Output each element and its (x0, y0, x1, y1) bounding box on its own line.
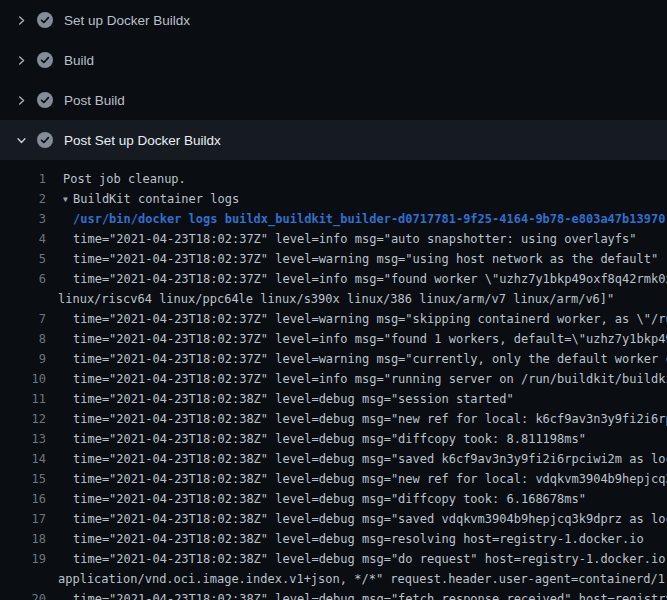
log-line-number[interactable]: 18 (0, 529, 46, 549)
check-circle-icon (37, 132, 53, 148)
log-line-number[interactable]: 14 (0, 449, 46, 469)
log-line-number[interactable]: 10 (0, 369, 46, 389)
log-line-text: time="2021-04-23T18:02:37Z" level=info m… (58, 229, 667, 249)
log-line-text: Post job cleanup. (58, 169, 667, 189)
log-line: 1 Post job cleanup. (0, 169, 667, 189)
log-line-text: time="2021-04-23T18:02:38Z" level=debug … (58, 489, 667, 509)
chevron-right-icon (13, 12, 29, 28)
log-line: 16 time="2021-04-23T18:02:38Z" level=deb… (0, 489, 667, 509)
log-line: 2 ▼BuildKit container logs (0, 189, 667, 209)
log-line: 19 time="2021-04-23T18:02:38Z" level=deb… (0, 549, 667, 569)
step-label: Post Set up Docker Buildx (64, 133, 221, 148)
log-line-text: time="2021-04-23T18:02:37Z" level=warnin… (58, 349, 667, 369)
check-circle-icon (37, 12, 53, 28)
log-line-number[interactable]: 3 (0, 209, 46, 229)
chevron-right-icon (13, 52, 29, 68)
log-line: 10 time="2021-04-23T18:02:37Z" level=inf… (0, 369, 667, 389)
workflow-log-panel: Set up Docker Buildx Build Post Build Po… (0, 0, 667, 600)
log-line-text: time="2021-04-23T18:02:37Z" level=warnin… (58, 249, 667, 269)
chevron-down-icon (13, 132, 29, 148)
log-line: application/vnd.oci.image.index.v1+json,… (0, 569, 667, 589)
log-group-label: BuildKit container logs (73, 192, 239, 206)
log-line: 13 time="2021-04-23T18:02:38Z" level=deb… (0, 429, 667, 449)
log-line-text: time="2021-04-23T18:02:37Z" level=info m… (58, 269, 667, 289)
log-line-number[interactable]: 5 (0, 249, 46, 269)
step-header-build[interactable]: Build (0, 40, 667, 80)
log-line-text: time="2021-04-23T18:02:38Z" level=debug … (58, 389, 667, 409)
log-line-text: time="2021-04-23T18:02:38Z" level=debug … (58, 409, 667, 429)
log-line-text: time="2021-04-23T18:02:38Z" level=debug … (58, 509, 667, 529)
log-line-number[interactable]: 17 (0, 509, 46, 529)
log-line-number[interactable]: 13 (0, 429, 46, 449)
log-line-number[interactable] (0, 289, 46, 309)
log-viewer: 1 Post job cleanup. 2 ▼BuildKit containe… (0, 160, 667, 600)
log-line-number[interactable]: 15 (0, 469, 46, 489)
log-line-text: ▼BuildKit container logs (58, 189, 667, 209)
log-line-number[interactable]: 9 (0, 349, 46, 369)
log-line-text: time="2021-04-23T18:02:37Z" level=info m… (58, 369, 667, 389)
chevron-right-icon (13, 92, 29, 108)
step-label: Set up Docker Buildx (64, 13, 190, 28)
log-line-number[interactable] (0, 569, 46, 589)
log-line-text: time="2021-04-23T18:02:38Z" level=debug … (58, 449, 667, 469)
log-line-text: time="2021-04-23T18:02:38Z" level=debug … (58, 589, 667, 600)
log-line-number[interactable]: 2 (0, 189, 46, 209)
log-line-number[interactable]: 19 (0, 549, 46, 569)
log-line-number[interactable]: 11 (0, 389, 46, 409)
log-line-number[interactable]: 20 (0, 589, 46, 600)
log-line-number[interactable]: 4 (0, 229, 46, 249)
log-line: 14 time="2021-04-23T18:02:38Z" level=deb… (0, 449, 667, 469)
step-label: Build (64, 53, 94, 68)
log-line-text: time="2021-04-23T18:02:38Z" level=debug … (58, 529, 667, 549)
log-line: 20 time="2021-04-23T18:02:38Z" level=deb… (0, 589, 667, 600)
log-line-number[interactable]: 8 (0, 329, 46, 349)
log-line-text: time="2021-04-23T18:02:38Z" level=debug … (58, 429, 667, 449)
check-circle-icon (37, 52, 53, 68)
log-line: 15 time="2021-04-23T18:02:38Z" level=deb… (0, 469, 667, 489)
log-line-text: time="2021-04-23T18:02:38Z" level=debug … (58, 469, 667, 489)
log-line: 5 time="2021-04-23T18:02:37Z" level=warn… (0, 249, 667, 269)
log-line-number[interactable]: 6 (0, 269, 46, 289)
log-line-text: linux/riscv64 linux/ppc64le linux/s390x … (58, 289, 667, 309)
log-line-text: application/vnd.oci.image.index.v1+json,… (58, 569, 667, 589)
log-line: 7 time="2021-04-23T18:02:37Z" level=warn… (0, 309, 667, 329)
step-header-set-up-docker-buildx[interactable]: Set up Docker Buildx (0, 0, 667, 40)
step-label: Post Build (64, 93, 125, 108)
log-line: 11 time="2021-04-23T18:02:38Z" level=deb… (0, 389, 667, 409)
log-line-text: /usr/bin/docker logs buildx_buildkit_bui… (58, 209, 667, 229)
log-line-number[interactable]: 16 (0, 489, 46, 509)
log-line: 17 time="2021-04-23T18:02:38Z" level=deb… (0, 509, 667, 529)
log-line-text: time="2021-04-23T18:02:38Z" level=debug … (58, 549, 667, 569)
log-line: linux/riscv64 linux/ppc64le linux/s390x … (0, 289, 667, 309)
log-line: 8 time="2021-04-23T18:02:37Z" level=info… (0, 329, 667, 349)
log-line: 18 time="2021-04-23T18:02:38Z" level=deb… (0, 529, 667, 549)
log-line: 3 /usr/bin/docker logs buildx_buildkit_b… (0, 209, 667, 229)
log-line-number[interactable]: 12 (0, 409, 46, 429)
log-line-text: time="2021-04-23T18:02:37Z" level=warnin… (58, 309, 667, 329)
log-line-number[interactable]: 7 (0, 309, 46, 329)
log-line: 12 time="2021-04-23T18:02:38Z" level=deb… (0, 409, 667, 429)
step-header-post-build[interactable]: Post Build (0, 80, 667, 120)
log-line: 4 time="2021-04-23T18:02:37Z" level=info… (0, 229, 667, 249)
check-circle-icon (37, 92, 53, 108)
step-header-post-set-up-docker-buildx[interactable]: Post Set up Docker Buildx (0, 120, 667, 160)
log-line: 6 time="2021-04-23T18:02:37Z" level=info… (0, 269, 667, 289)
log-line-text: time="2021-04-23T18:02:37Z" level=info m… (58, 329, 667, 349)
log-line: 9 time="2021-04-23T18:02:37Z" level=warn… (0, 349, 667, 369)
step-list: Set up Docker Buildx Build Post Build Po… (0, 0, 667, 160)
log-group-toggle-icon[interactable]: ▼ (63, 190, 73, 209)
log-line-number[interactable]: 1 (0, 169, 46, 189)
